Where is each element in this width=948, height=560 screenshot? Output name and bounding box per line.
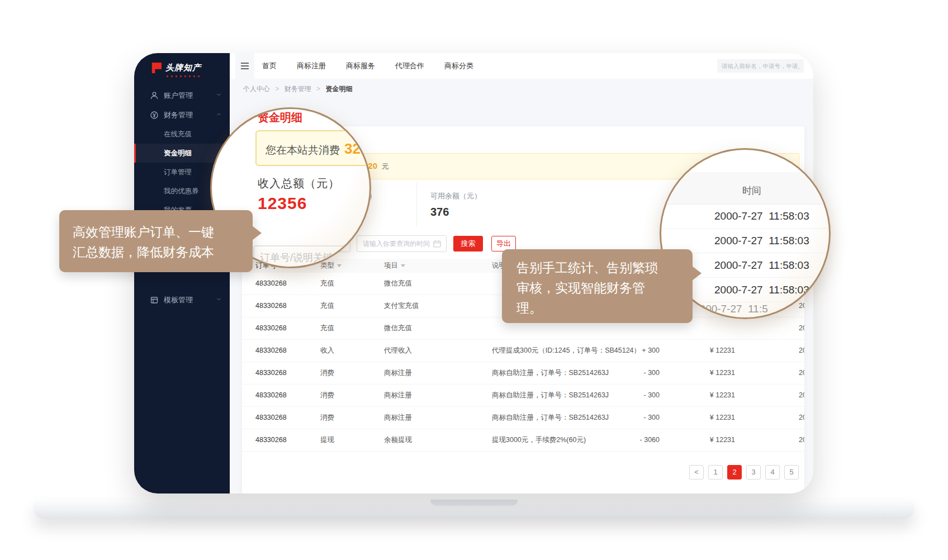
sort-caret-icon [401,264,405,267]
pagination-page-button-active[interactable]: 2 [727,465,742,480]
cell-project: 商标注册 [384,407,468,429]
cell-project: 余额提现 [384,429,468,451]
template-icon [150,296,159,305]
magnified-stat-value: 12356 [258,194,307,213]
logo-icon [150,63,162,73]
pagination: < 1 2 3 4 5 [689,465,799,480]
cell-order-no: 48330268 [255,317,317,339]
sidebar: 头牌知产 账户管理 财务管理 在 [134,53,230,493]
search-button[interactable]: 搜索 [453,236,483,251]
callout-arrow-icon [692,266,701,281]
cell-order-no: 48330268 [255,362,317,384]
sidebar-item-finance[interactable]: 财务管理 [134,105,230,125]
cell-type: 收入 [320,340,371,362]
cell-order-no: 48330268 [255,340,317,362]
cell-balance: ¥ 12231 [664,362,735,384]
pagination-page-button[interactable]: 5 [784,465,799,480]
cell-project: 商标注册 [384,362,468,384]
cell-order-no: 48330268 [255,385,317,406]
breadcrumb-separator: > [316,85,320,93]
cell-time: 2000-7-27 11:58:03 [799,362,804,384]
cell-time: 2000-7-27 11:58:03 [799,340,804,362]
cell-order-no: 48330268 [255,295,317,317]
callout-left: 高效管理账户订单、一键 汇总数据，降低财务成本 [59,210,253,272]
nav-item-home[interactable]: 首页 [262,61,277,71]
magnified-tab-fragment: 资金明细 [258,110,302,125]
breadcrumb: 个人中心 > 财务管理 > 资金明细 [243,84,352,94]
cell-type: 充值 [320,317,371,339]
sidebar-item-account[interactable]: 账户管理 [134,86,230,105]
nav-item-trademark-service[interactable]: 商标服务 [346,61,375,71]
cell-balance: ¥ 12231 [664,407,735,429]
cell-project: 商标注册 [384,385,468,406]
banner-unit: 元 [382,162,389,170]
table-row: 48330268 收入 代理收入 代理提成300元（ID:1245，订单号：SB… [242,340,804,362]
calendar-icon [433,240,441,248]
nav-menu: 首页 商标注册 商标服务 代理合作 商标分类 [262,53,473,79]
logo-text: 头牌知产 [165,63,201,73]
sort-caret-icon [337,264,342,267]
cell-order-no: 48330268 [255,273,317,295]
magnified-time-cell: 2000-7-27 11:58:03 [661,204,829,229]
callout-line: 汇总数据，降低财务成本 [73,242,239,262]
cell-project: 代理收入 [384,340,468,362]
logo[interactable]: 头牌知产 [150,63,201,73]
cell-amount: - 300 [589,385,660,406]
cell-order-no: 48330268 [255,407,317,429]
logo-tagline [167,75,202,77]
nav-item-trademark-category[interactable]: 商标分类 [444,61,473,71]
callout-arrow-icon [252,226,262,240]
header-type[interactable]: 类型 [320,259,371,273]
breadcrumb-current: 资金明细 [325,85,352,93]
hamburger-icon [240,62,249,70]
nav-item-agency[interactable]: 代理合作 [395,61,424,71]
pagination-page-button[interactable]: 3 [746,465,761,480]
table-row: 48330268 提现 余额提现 提现3000元，手续费2%(60元) - 30… [242,429,804,452]
sidebar-item-label: 财务管理 [164,110,193,120]
header-project[interactable]: 项目 [384,259,468,273]
sidebar-item-label: 模板管理 [164,295,193,305]
pagination-page-button[interactable]: 1 [708,465,723,480]
callout-right: 告别手工统计、告别繁琐 审核，实现智能财务管 理。 [502,249,693,323]
cell-type: 消费 [320,385,371,406]
cell-type: 充值 [320,295,371,317]
callout-line: 审核，实现智能财务管 [516,278,678,298]
menu-toggle-button[interactable] [235,53,254,79]
cell-order-no: 48330268 [255,429,317,451]
table-row: 48330268 消费 商标注册 商标自助注册，订单号：SB2514263J -… [242,362,804,385]
pagination-page-button[interactable]: 4 [765,465,780,480]
sidebar-item-label: 账户管理 [164,91,193,101]
breadcrumb-item[interactable]: 个人中心 [243,85,270,93]
cell-time: 2000-7-27 11:58:03 [799,407,804,429]
magnified-stat-label: 收入总额（元） [258,176,340,191]
cell-time: 2000-7-27 11:58:03 [799,385,804,406]
magnified-time-header: 时间 [661,172,829,205]
cell-type: 消费 [320,407,371,429]
cell-balance: ¥ 12231 [664,385,735,406]
cell-time: 2000-7-27 11:58:03 [799,429,804,451]
sidebar-item-online-recharge[interactable]: 在线充值 [134,125,230,144]
pagination-prev-button[interactable]: < [689,465,704,480]
cell-type: 充值 [320,273,371,295]
chevron-up-icon [216,111,222,117]
callout-line: 告别手工统计、告别繁琐 [516,258,678,278]
callout-line: 理。 [516,298,678,318]
laptop-base [34,500,914,519]
cell-time: 2000-7-27 11:58:03 [799,317,804,339]
nav-item-trademark-register[interactable]: 商标注册 [297,61,326,71]
breadcrumb-item[interactable]: 财务管理 [285,85,311,93]
magnified-banner-prefix: 您在本站共消费 [266,144,340,156]
cell-project: 微信充值 [384,273,468,295]
user-icon [150,91,159,100]
laptop-base-notch [430,500,518,506]
sidebar-item-template[interactable]: 模板管理 [134,290,230,310]
cell-balance: ¥ 12231 [664,340,735,362]
trademark-search-input[interactable] [717,59,804,73]
callout-line: 高效管理账户订单、一键 [73,222,239,242]
chevron-down-icon [216,92,222,98]
cell-amount: - 300 [589,407,660,429]
cell-amount: - 300 [589,362,660,384]
breadcrumb-separator: > [275,85,279,93]
cell-type: 提现 [320,429,371,451]
table-row: 48330268 消费 商标注册 商标自助注册，订单号：SB2514263J -… [242,385,804,407]
